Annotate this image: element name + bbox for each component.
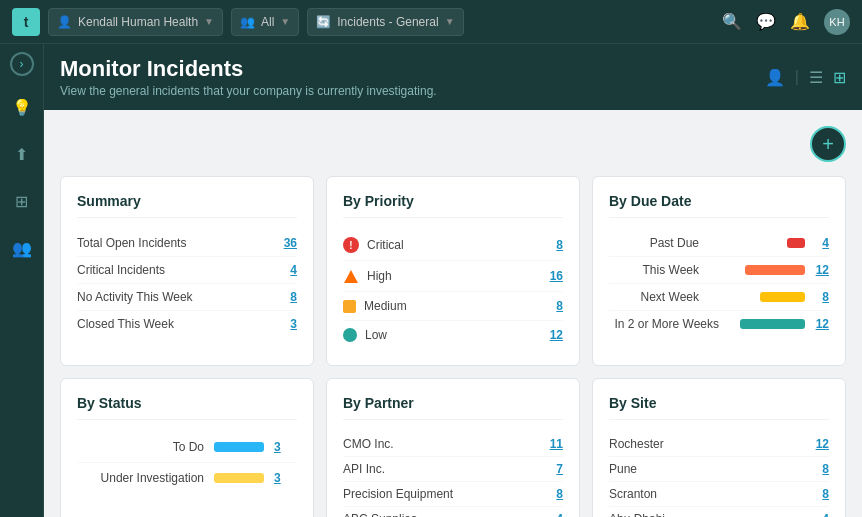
partner-label-cmo: CMO Inc. (343, 437, 394, 451)
page-title: Monitor Incidents (60, 56, 437, 82)
due-bar-pastdue (787, 238, 805, 248)
site-val-scranton[interactable]: 8 (822, 487, 829, 501)
partner-row-cmo: CMO Inc. 11 (343, 432, 563, 457)
add-button[interactable]: + (810, 126, 846, 162)
summary-label-total: Total Open Incidents (77, 236, 186, 250)
list-view-icon[interactable]: ☰ (809, 68, 823, 87)
due-bar-thisweek (745, 265, 805, 275)
due-row-nextweek: Next Week 8 (609, 284, 829, 311)
partner-row-abc: ABC Supplies 4 (343, 507, 563, 517)
sidebar-item-share[interactable]: ⬆ (9, 139, 34, 170)
status-card-title: By Status (77, 395, 297, 420)
summary-card-title: Summary (77, 193, 297, 218)
status-bar-investigation (214, 473, 264, 483)
user-avatar[interactable]: KH (824, 9, 850, 35)
summary-row-total: Total Open Incidents 36 (77, 230, 297, 257)
summary-label-closed: Closed This Week (77, 317, 174, 331)
duedate-card: By Due Date Past Due 4 This Week 12 (592, 176, 846, 366)
summary-val-closed[interactable]: 3 (290, 317, 297, 331)
status-label-todo: To Do (84, 440, 204, 454)
org-dropdown[interactable]: 👤 Kendall Human Health ▼ (48, 8, 223, 36)
module-icon: 🔄 (316, 15, 331, 29)
app-logo[interactable]: t (12, 8, 40, 36)
site-label-scranton: Scranton (609, 487, 657, 501)
due-row-pastdue: Past Due 4 (609, 230, 829, 257)
module-dropdown[interactable]: 🔄 Incidents - General ▼ (307, 8, 463, 36)
high-icon (343, 268, 359, 284)
priority-row-high: High 16 (343, 261, 563, 292)
group-dropdown[interactable]: 👥 All ▼ (231, 8, 299, 36)
people-view-icon[interactable]: 👤 (765, 68, 785, 87)
org-icon: 👤 (57, 15, 72, 29)
nav-action-icons: 🔍 💬 🔔 KH (722, 9, 850, 35)
due-val-nextweek[interactable]: 8 (813, 290, 829, 304)
site-label-abudhabi: Abu Dhabi (609, 512, 665, 517)
medium-icon (343, 300, 356, 313)
due-val-2weeks[interactable]: 12 (813, 317, 829, 331)
status-label-investigation: Under Investigation (84, 471, 204, 485)
status-val-investigation[interactable]: 3 (274, 471, 290, 485)
partner-row-precision: Precision Equipment 8 (343, 482, 563, 507)
partner-card: By Partner CMO Inc. 11 API Inc. 7 Precis… (326, 378, 580, 517)
summary-label-no-activity: No Activity This Week (77, 290, 193, 304)
site-val-pune[interactable]: 8 (822, 462, 829, 476)
page-header: Monitor Incidents View the general incid… (44, 44, 862, 110)
summary-row-no-activity: No Activity This Week 8 (77, 284, 297, 311)
partner-row-api: API Inc. 7 (343, 457, 563, 482)
site-val-abudhabi[interactable]: 4 (822, 512, 829, 517)
partner-label-precision: Precision Equipment (343, 487, 453, 501)
chat-icon[interactable]: 💬 (756, 12, 776, 31)
summary-card: Summary Total Open Incidents 36 Critical… (60, 176, 314, 366)
due-val-thisweek[interactable]: 12 (813, 263, 829, 277)
partner-label-abc: ABC Supplies (343, 512, 417, 517)
due-label-thisweek: This Week (609, 263, 699, 277)
priority-val-medium[interactable]: 8 (556, 299, 563, 313)
due-bar-2weeks (740, 319, 805, 329)
search-icon[interactable]: 🔍 (722, 12, 742, 31)
priority-label-high: High (367, 269, 392, 283)
cards-grid: Summary Total Open Incidents 36 Critical… (60, 176, 846, 517)
priority-row-medium: Medium 8 (343, 292, 563, 321)
priority-val-critical[interactable]: 8 (556, 238, 563, 252)
partner-val-cmo[interactable]: 11 (550, 437, 563, 451)
summary-row-closed: Closed This Week 3 (77, 311, 297, 337)
priority-row-critical: ! Critical 8 (343, 230, 563, 261)
sidebar-item-home[interactable]: 💡 (6, 92, 38, 123)
sidebar-toggle[interactable]: › (10, 52, 34, 76)
grid-view-icon[interactable]: ⊞ (833, 68, 846, 87)
priority-val-low[interactable]: 12 (550, 328, 563, 342)
priority-label-low: Low (365, 328, 387, 342)
partner-label-api: API Inc. (343, 462, 385, 476)
due-val-pastdue[interactable]: 4 (813, 236, 829, 250)
priority-label-medium: Medium (364, 299, 407, 313)
add-button-container: + (60, 126, 846, 170)
status-val-todo[interactable]: 3 (274, 440, 290, 454)
main-content: Monitor Incidents View the general incid… (44, 44, 862, 517)
org-dropdown-label: Kendall Human Health (78, 15, 198, 29)
partner-val-abc[interactable]: 4 (556, 512, 563, 517)
summary-val-no-activity[interactable]: 8 (290, 290, 297, 304)
chevron-down-icon: ▼ (204, 16, 214, 27)
view-separator: | (795, 68, 799, 86)
site-val-rochester[interactable]: 12 (816, 437, 829, 451)
due-row-2weeks: In 2 or More Weeks 12 (609, 311, 829, 337)
summary-val-total[interactable]: 36 (284, 236, 297, 250)
sidebar-item-dashboard[interactable]: ⊞ (9, 186, 34, 217)
summary-val-critical[interactable]: 4 (290, 263, 297, 277)
group-dropdown-label: All (261, 15, 274, 29)
due-label-pastdue: Past Due (609, 236, 699, 250)
site-card: By Site Rochester 12 Pune 8 Scranton 8 A… (592, 378, 846, 517)
partner-val-precision[interactable]: 8 (556, 487, 563, 501)
group-icon: 👥 (240, 15, 255, 29)
chevron-down-icon2: ▼ (280, 16, 290, 27)
partner-card-title: By Partner (343, 395, 563, 420)
priority-val-high[interactable]: 16 (550, 269, 563, 283)
bell-icon[interactable]: 🔔 (790, 12, 810, 31)
status-card: By Status To Do 3 Under Investigation 3 (60, 378, 314, 517)
priority-row-low: Low 12 (343, 321, 563, 349)
site-card-title: By Site (609, 395, 829, 420)
sidebar-item-users[interactable]: 👥 (6, 233, 38, 264)
partner-val-api[interactable]: 7 (556, 462, 563, 476)
priority-card-title: By Priority (343, 193, 563, 218)
site-row-pune: Pune 8 (609, 457, 829, 482)
